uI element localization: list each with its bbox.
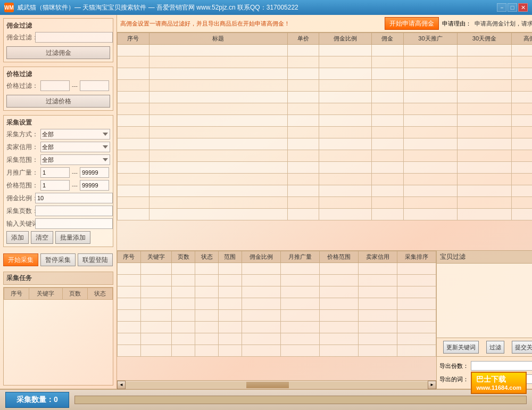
- batch-add-button[interactable]: 批量添加: [55, 231, 90, 244]
- right-panel: 高佣金设置一请商品过滤好，并且导出商品后在开始申请高佣金！ 开始申请高佣金 申请…: [117, 15, 532, 389]
- export-count-input[interactable]: [471, 361, 532, 371]
- add-button[interactable]: 添加: [6, 231, 29, 244]
- task-col-seq: 序号: [4, 288, 29, 300]
- monthly-row: 月推广量： ---: [6, 167, 110, 178]
- table-row: [118, 197, 533, 209]
- start-collect-button[interactable]: 开始采集: [3, 253, 38, 266]
- watermark: 巴士下载 www.11684.com: [471, 372, 527, 394]
- task-full-table: 序号 关键字 页数 状态 范围 佣金比例 月推广量 价格范围 卖家信用 采集: [117, 251, 436, 357]
- credit-row: 卖家信用： 全部: [6, 142, 110, 152]
- task-row: [118, 333, 436, 345]
- task-table-area[interactable]: 序号 关键字 页数 状态 范围 佣金比例 月推广量 价格范围 卖家信用 采集: [117, 251, 436, 380]
- commission-filter-section: 佣金过滤 佣金过滤： 过滤佣金: [3, 18, 113, 62]
- filter-price-button[interactable]: 过滤价格: [6, 95, 110, 108]
- task-col-pages: 页数: [62, 288, 87, 300]
- main-table-scroll[interactable]: 序号 标题 单价 佣金比例 佣金 30天推广 30天佣金 高佣金: [117, 32, 532, 250]
- task-table: 序号 关键字 页数 状态: [4, 288, 113, 300]
- alliance-login-button[interactable]: 联盟登陆: [78, 253, 113, 266]
- filter-button[interactable]: 过滤: [486, 341, 504, 354]
- col-seq: 序号: [118, 33, 149, 45]
- filter-content: ▲ ▼: [437, 264, 532, 338]
- keyword-input[interactable]: [35, 218, 113, 229]
- progress-bar: [74, 396, 527, 404]
- range-row: 采集范围： 全部: [6, 154, 110, 165]
- apply-reason-text: 申请高佣金计划，请求通过。: [475, 20, 532, 28]
- export-word-label: 导出的词：: [439, 375, 469, 383]
- commission-ratio-row: 佣金比例：: [6, 193, 110, 203]
- commission-filter-input[interactable]: [35, 32, 113, 43]
- high-commission-notice: 高佣金设置一请商品过滤好，并且导出商品后在开始申请高佣金！: [120, 20, 381, 28]
- commission-ratio-input[interactable]: [35, 193, 113, 203]
- h-scroll-track[interactable]: [126, 382, 428, 388]
- method-select[interactable]: 全部: [40, 129, 110, 140]
- collect-settings-title: 采集设置: [6, 118, 110, 127]
- filter-panel: 宝贝过滤 ▲ ▼: [437, 251, 532, 389]
- credit-label: 卖家信用：: [6, 143, 38, 152]
- price-filter-from-input[interactable]: [40, 80, 70, 91]
- col-30d-promo: 30天推广: [403, 33, 457, 45]
- horizontal-scrollbar[interactable]: ◄ ►: [117, 380, 436, 389]
- col-30d-comm: 30天佣金: [458, 33, 511, 45]
- task-header-credit: 卖家信用: [358, 251, 397, 263]
- price-range-label: 价格范围：: [6, 181, 38, 190]
- keyword-label: 输入关键词：: [6, 219, 33, 228]
- table-row: [118, 45, 533, 56]
- collect-count-button[interactable]: 采集数量：0: [5, 392, 69, 408]
- table-row: [118, 56, 533, 68]
- price-range-to-input[interactable]: [80, 180, 109, 191]
- price-dash: ---: [72, 83, 78, 89]
- watermark-site: 巴士下载: [476, 375, 521, 384]
- task-row: [118, 286, 436, 298]
- price-range-dash: ---: [72, 182, 78, 188]
- main-data-table: 序号 标题 单价 佣金比例 佣金 30天推广 30天佣金 高佣金: [117, 32, 532, 220]
- price-filter-label: 价格过滤：: [6, 81, 38, 91]
- col-price: 单价: [287, 33, 319, 45]
- commission-filter-title: 佣金过滤: [6, 21, 110, 30]
- crud-buttons: 添加 清空 批量添加: [6, 231, 110, 244]
- commission-filter-label: 佣金过滤：: [6, 33, 33, 42]
- method-row: 采集方式： 全部: [6, 129, 110, 140]
- task-row: [118, 310, 436, 322]
- col-comm-ratio: 佣金比例: [319, 33, 372, 45]
- task-header-pages: 页数: [172, 251, 195, 263]
- table-row: [118, 185, 533, 197]
- table-row: [118, 127, 533, 138]
- clear-button[interactable]: 清空: [31, 231, 53, 244]
- price-filter-section: 价格过滤 价格过滤： --- 过滤价格: [3, 67, 113, 111]
- task-header-keyword: 关键字: [140, 251, 171, 263]
- filter-title-text: 宝贝过滤: [440, 253, 466, 260]
- task-panel-label: 采集任务: [3, 272, 113, 285]
- price-filter-to-input[interactable]: [80, 80, 109, 91]
- range-select[interactable]: 全部: [40, 154, 110, 165]
- high-commission-bar: 高佣金设置一请商品过滤好，并且导出商品后在开始申请高佣金！ 开始申请高佣金 申请…: [117, 15, 532, 32]
- main-window: 佣金过滤 佣金过滤： 过滤佣金 价格过滤 价格过滤： --- 过滤价格: [0, 15, 532, 410]
- task-row: [118, 298, 436, 310]
- content-area: 佣金过滤 佣金过滤： 过滤佣金 价格过滤 价格过滤： --- 过滤价格: [0, 15, 532, 389]
- table-row: [118, 209, 533, 220]
- pause-collect-button[interactable]: 暂停采集: [40, 253, 76, 266]
- credit-select[interactable]: 全部: [40, 142, 110, 152]
- monthly-from-input[interactable]: [40, 167, 70, 178]
- pages-input[interactable]: [35, 206, 113, 216]
- filter-commission-button[interactable]: 过滤佣金: [6, 46, 110, 59]
- submit-keywords-button[interactable]: 提交关键词: [512, 341, 532, 354]
- col-title: 标题: [149, 33, 287, 45]
- watermark-url: www.11684.com: [476, 384, 521, 391]
- price-range-from-input[interactable]: [40, 180, 70, 191]
- scroll-right-arrow[interactable]: ►: [428, 381, 436, 389]
- h-scroll-thumb[interactable]: [246, 382, 289, 388]
- export-count-label: 导出份数：: [439, 362, 469, 370]
- close-button[interactable]: ✕: [518, 3, 528, 12]
- window-controls: － □ ✕: [497, 3, 528, 12]
- maximize-button[interactable]: □: [508, 3, 517, 12]
- minimize-button[interactable]: －: [497, 3, 506, 12]
- table-row: [118, 150, 533, 162]
- monthly-to-input[interactable]: [80, 167, 109, 178]
- filter-buttons: 更新关键词 过滤 提交关键词: [437, 338, 532, 356]
- keyword-row: 输入关键词：: [6, 218, 110, 229]
- apply-high-commission-button[interactable]: 开始申请高佣金: [385, 17, 439, 30]
- price-range-row: 价格范围： ---: [6, 180, 110, 191]
- scroll-left-arrow[interactable]: ◄: [117, 381, 126, 389]
- table-row: [118, 68, 533, 80]
- update-keywords-button[interactable]: 更新关键词: [443, 341, 479, 354]
